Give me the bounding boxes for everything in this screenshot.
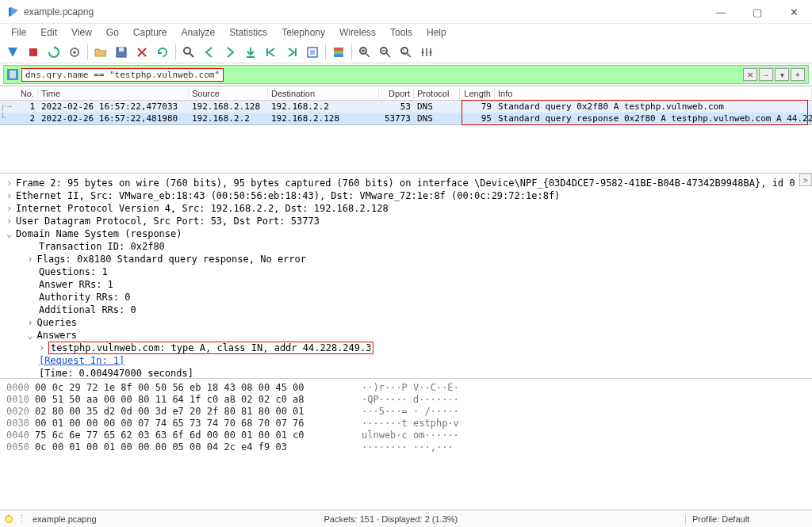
packet-row[interactable]: 2 2022-02-26 16:57:22,481980 192.168.2.2…	[0, 113, 812, 124]
display-filter-input[interactable]: dns.qry.name == "testphp.vulnweb.com"	[21, 68, 224, 82]
detail-txid[interactable]: Transaction ID: 0x2f80	[39, 241, 165, 252]
detail-answer-rrs[interactable]: Answer RRs: 1	[39, 279, 113, 290]
restart-capture-icon[interactable]	[44, 43, 63, 62]
svg-text:1: 1	[402, 48, 405, 54]
menu-capture[interactable]: Capture	[127, 25, 174, 40]
filter-add-button[interactable]: +	[791, 68, 805, 81]
svg-rect-7	[334, 48, 343, 51]
bullet-icon: ⋮	[17, 514, 26, 524]
detail-flags[interactable]: Flags: 0x8180 Standard query response, N…	[36, 254, 306, 265]
capture-options-icon[interactable]	[65, 43, 84, 62]
zoom-in-icon[interactable]	[355, 43, 374, 62]
filter-apply-button[interactable]: →	[759, 68, 773, 81]
colorize-icon[interactable]	[329, 43, 348, 62]
menu-go[interactable]: Go	[100, 25, 125, 40]
menu-wireless[interactable]: Wireless	[333, 25, 382, 40]
menu-view[interactable]: View	[65, 25, 98, 40]
col-destination: Destination	[268, 88, 379, 99]
menubar: File Edit View Go Capture Analyze Statis…	[0, 24, 812, 41]
col-source: Source	[189, 88, 268, 99]
packet-list-header[interactable]: No. Time Source Destination Dport Protoc…	[0, 86, 812, 101]
close-button[interactable]: ✕	[776, 0, 812, 24]
col-no: No.	[0, 88, 38, 99]
zoom-out-icon[interactable]	[376, 43, 395, 62]
packet-bytes[interactable]: 000000 0c 29 72 1e 8f 00 50 56 eb 18 43 …	[0, 379, 812, 458]
scroll-right-button[interactable]: >	[799, 174, 812, 186]
reload-file-icon[interactable]	[153, 43, 172, 62]
detail-questions[interactable]: Questions: 1	[39, 266, 108, 277]
status-profile[interactable]: Profile: Default	[685, 514, 812, 524]
col-dport: Dport	[379, 88, 414, 99]
packet-list: No. Time Source Destination Dport Protoc…	[0, 86, 812, 125]
svg-rect-9	[334, 54, 343, 57]
menu-edit[interactable]: Edit	[34, 25, 63, 40]
filter-clear-button[interactable]: ✕	[743, 68, 757, 81]
menu-analyze[interactable]: Analyze	[175, 25, 222, 40]
maximize-button[interactable]: ▢	[739, 0, 776, 24]
svg-point-2	[73, 51, 76, 54]
col-protocol: Protocol	[414, 88, 460, 99]
auto-scroll-icon[interactable]	[303, 43, 322, 62]
go-first-icon[interactable]	[262, 43, 281, 62]
minimize-button[interactable]: —	[703, 0, 739, 24]
start-capture-icon[interactable]	[3, 43, 22, 62]
detail-ip[interactable]: Internet Protocol Version 4, Src: 192.16…	[16, 203, 389, 214]
menu-help[interactable]: Help	[420, 25, 453, 40]
detail-additional-rrs[interactable]: Additional RRs: 0	[39, 304, 136, 315]
detail-ethernet[interactable]: Ethernet II, Src: VMware_eb:18:43 (00:50…	[16, 190, 560, 201]
detail-time[interactable]: [Time: 0.004947000 seconds]	[39, 368, 193, 379]
window-title: example.pcapng	[24, 6, 94, 17]
go-last-icon[interactable]	[282, 43, 301, 62]
save-file-icon[interactable]	[112, 43, 131, 62]
app-icon	[8, 6, 19, 17]
col-time: Time	[38, 88, 189, 99]
menu-telephony[interactable]: Telephony	[275, 25, 331, 40]
go-jump-icon[interactable]	[241, 43, 260, 62]
menu-statistics[interactable]: Statistics	[223, 25, 274, 40]
menu-tools[interactable]: Tools	[384, 25, 419, 40]
statusbar: ⋮ example.pcapng Packets: 151 · Displaye…	[0, 510, 812, 527]
open-file-icon[interactable]	[91, 43, 110, 62]
detail-frame[interactable]: Frame 2: 95 bytes on wire (760 bits), 95…	[16, 178, 795, 189]
display-filter-bar: dns.qry.name == "testphp.vulnweb.com" ✕ …	[3, 65, 809, 84]
detail-udp[interactable]: User Datagram Protocol, Src Port: 53, Ds…	[16, 216, 320, 227]
bookmark-icon[interactable]	[7, 69, 18, 80]
col-length: Length	[460, 88, 495, 99]
detail-dns[interactable]: Domain Name System (response)	[16, 228, 182, 239]
go-prev-icon[interactable]	[200, 43, 219, 62]
toolbar: 1	[0, 41, 812, 63]
detail-request-link[interactable]: [Request In: 1]	[39, 355, 124, 366]
expert-led-icon[interactable]	[5, 515, 13, 523]
resize-columns-icon[interactable]	[417, 43, 436, 62]
stop-capture-icon[interactable]	[24, 43, 43, 62]
detail-authority-rrs[interactable]: Authority RRs: 0	[39, 292, 131, 303]
detail-answers[interactable]: Answers	[36, 330, 77, 341]
detail-answer-record[interactable]: testphp.vulnweb.com: type A, class IN, a…	[48, 342, 374, 354]
status-file[interactable]: example.pcapng	[31, 514, 97, 524]
go-next-icon[interactable]	[220, 43, 239, 62]
close-file-icon[interactable]	[132, 43, 151, 62]
menu-file[interactable]: File	[5, 25, 33, 40]
find-packet-icon[interactable]	[179, 43, 198, 62]
svg-rect-4	[119, 48, 124, 52]
col-info: Info	[495, 88, 812, 99]
status-packet-count: Packets: 151 · Displayed: 2 (1.3%)	[324, 514, 458, 524]
svg-rect-0	[29, 48, 37, 56]
packet-details[interactable]: > ›Frame 2: 95 bytes on wire (760 bits),…	[0, 173, 812, 379]
svg-rect-8	[334, 51, 343, 54]
detail-queries[interactable]: Queries	[36, 317, 77, 328]
filter-history-button[interactable]: ▾	[775, 68, 789, 81]
packet-row[interactable]: 1 2022-02-26 16:57:22,477033 192.168.2.1…	[0, 101, 812, 113]
titlebar: example.pcapng — ▢ ✕	[0, 0, 812, 24]
zoom-reset-icon[interactable]: 1	[396, 43, 416, 62]
svg-point-5	[184, 48, 190, 54]
